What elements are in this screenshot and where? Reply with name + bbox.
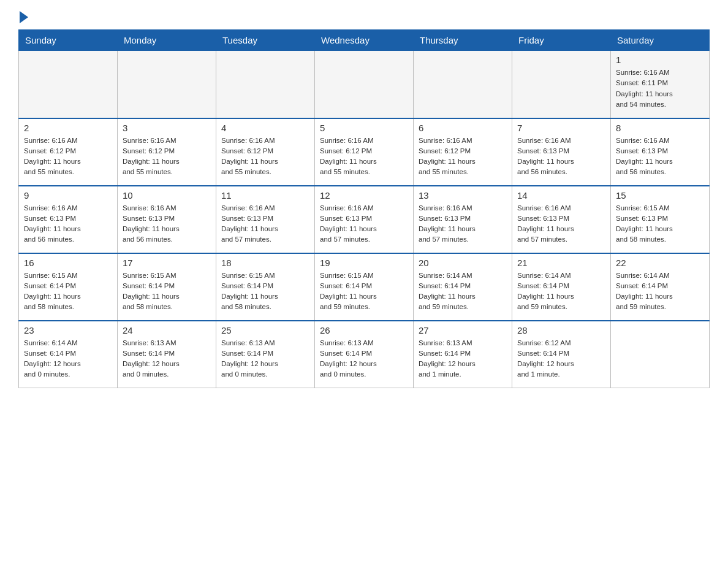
calendar-week-row: 23Sunrise: 6:14 AMSunset: 6:14 PMDayligh…: [19, 321, 710, 388]
day-number: 7: [517, 123, 605, 133]
day-info: Sunrise: 6:16 AMSunset: 6:12 PMDaylight:…: [320, 136, 408, 178]
day-number: 24: [123, 325, 211, 335]
logo-arrow-icon: [20, 11, 28, 23]
day-number: 19: [320, 258, 408, 268]
day-info: Sunrise: 6:14 AMSunset: 6:14 PMDaylight:…: [616, 270, 704, 313]
day-number: 8: [616, 123, 704, 133]
day-info: Sunrise: 6:16 AMSunset: 6:12 PMDaylight:…: [221, 136, 309, 178]
calendar-week-row: 9Sunrise: 6:16 AMSunset: 6:13 PMDaylight…: [19, 186, 710, 253]
day-info: Sunrise: 6:16 AMSunset: 6:13 PMDaylight:…: [24, 203, 112, 245]
calendar-table: SundayMondayTuesdayWednesdayThursdayFrid…: [18, 29, 710, 388]
day-info: Sunrise: 6:15 AMSunset: 6:14 PMDaylight:…: [24, 270, 112, 313]
day-number: 4: [221, 123, 309, 133]
calendar-cell: 2Sunrise: 6:16 AMSunset: 6:12 PMDaylight…: [19, 118, 118, 186]
day-number: 1: [616, 55, 704, 65]
calendar-cell: 4Sunrise: 6:16 AMSunset: 6:12 PMDaylight…: [216, 118, 315, 186]
day-info: Sunrise: 6:16 AMSunset: 6:13 PMDaylight:…: [123, 203, 211, 245]
calendar-cell: [315, 51, 414, 118]
day-info: Sunrise: 6:16 AMSunset: 6:13 PMDaylight:…: [517, 203, 605, 245]
header: [18, 12, 710, 23]
day-info: Sunrise: 6:13 AMSunset: 6:14 PMDaylight:…: [320, 338, 408, 380]
day-number: 3: [123, 123, 211, 133]
day-number: 11: [221, 190, 309, 201]
calendar-cell: [118, 51, 216, 118]
calendar-cell: 19Sunrise: 6:15 AMSunset: 6:14 PMDayligh…: [315, 253, 414, 321]
weekday-friday: Friday: [512, 30, 611, 51]
calendar-cell: [611, 321, 710, 388]
weekday-saturday: Saturday: [611, 30, 710, 51]
day-number: 22: [616, 258, 704, 268]
day-number: 13: [419, 190, 507, 201]
day-info: Sunrise: 6:15 AMSunset: 6:14 PMDaylight:…: [221, 270, 309, 313]
day-number: 28: [517, 325, 605, 335]
calendar-cell: 21Sunrise: 6:14 AMSunset: 6:14 PMDayligh…: [512, 253, 611, 321]
day-info: Sunrise: 6:13 AMSunset: 6:14 PMDaylight:…: [123, 338, 211, 380]
day-info: Sunrise: 6:16 AMSunset: 6:11 PMDaylight:…: [616, 67, 704, 110]
calendar-cell: 13Sunrise: 6:16 AMSunset: 6:13 PMDayligh…: [414, 186, 512, 253]
calendar-cell: 6Sunrise: 6:16 AMSunset: 6:12 PMDaylight…: [414, 118, 512, 186]
day-info: Sunrise: 6:16 AMSunset: 6:13 PMDaylight:…: [419, 203, 507, 245]
day-number: 6: [419, 123, 507, 133]
calendar-cell: 17Sunrise: 6:15 AMSunset: 6:14 PMDayligh…: [118, 253, 216, 321]
day-info: Sunrise: 6:14 AMSunset: 6:14 PMDaylight:…: [24, 338, 112, 380]
calendar-cell: 26Sunrise: 6:13 AMSunset: 6:14 PMDayligh…: [315, 321, 414, 388]
day-info: Sunrise: 6:16 AMSunset: 6:13 PMDaylight:…: [616, 136, 704, 178]
logo: [18, 12, 28, 23]
weekday-thursday: Thursday: [414, 30, 512, 51]
day-number: 14: [517, 190, 605, 201]
day-number: 5: [320, 123, 408, 133]
day-number: 10: [123, 190, 211, 201]
calendar-cell: 8Sunrise: 6:16 AMSunset: 6:13 PMDaylight…: [611, 118, 710, 186]
day-info: Sunrise: 6:15 AMSunset: 6:14 PMDaylight:…: [320, 270, 408, 313]
calendar-cell: 23Sunrise: 6:14 AMSunset: 6:14 PMDayligh…: [19, 321, 118, 388]
day-number: 20: [419, 258, 507, 268]
day-info: Sunrise: 6:16 AMSunset: 6:12 PMDaylight:…: [123, 136, 211, 178]
calendar-cell: [414, 51, 512, 118]
calendar-week-row: 2Sunrise: 6:16 AMSunset: 6:12 PMDaylight…: [19, 118, 710, 186]
day-number: 9: [24, 190, 112, 201]
day-info: Sunrise: 6:16 AMSunset: 6:12 PMDaylight:…: [419, 136, 507, 178]
day-number: 16: [24, 258, 112, 268]
calendar-cell: [512, 51, 611, 118]
day-number: 26: [320, 325, 408, 335]
weekday-sunday: Sunday: [19, 30, 118, 51]
calendar-cell: 1Sunrise: 6:16 AMSunset: 6:11 PMDaylight…: [611, 51, 710, 118]
day-number: 15: [616, 190, 704, 201]
day-info: Sunrise: 6:14 AMSunset: 6:14 PMDaylight:…: [419, 270, 507, 313]
weekday-monday: Monday: [118, 30, 216, 51]
calendar-cell: 20Sunrise: 6:14 AMSunset: 6:14 PMDayligh…: [414, 253, 512, 321]
calendar-cell: 12Sunrise: 6:16 AMSunset: 6:13 PMDayligh…: [315, 186, 414, 253]
calendar-cell: 25Sunrise: 6:13 AMSunset: 6:14 PMDayligh…: [216, 321, 315, 388]
calendar-cell: 22Sunrise: 6:14 AMSunset: 6:14 PMDayligh…: [611, 253, 710, 321]
calendar-cell: 15Sunrise: 6:15 AMSunset: 6:13 PMDayligh…: [611, 186, 710, 253]
day-info: Sunrise: 6:14 AMSunset: 6:14 PMDaylight:…: [517, 270, 605, 313]
day-number: 23: [24, 325, 112, 335]
day-info: Sunrise: 6:12 AMSunset: 6:14 PMDaylight:…: [517, 338, 605, 380]
calendar-cell: 11Sunrise: 6:16 AMSunset: 6:13 PMDayligh…: [216, 186, 315, 253]
calendar-cell: 10Sunrise: 6:16 AMSunset: 6:13 PMDayligh…: [118, 186, 216, 253]
weekday-header-row: SundayMondayTuesdayWednesdayThursdayFrid…: [19, 30, 710, 51]
calendar-cell: 7Sunrise: 6:16 AMSunset: 6:13 PMDaylight…: [512, 118, 611, 186]
day-info: Sunrise: 6:13 AMSunset: 6:14 PMDaylight:…: [419, 338, 507, 380]
calendar-cell: 3Sunrise: 6:16 AMSunset: 6:12 PMDaylight…: [118, 118, 216, 186]
calendar-cell: 18Sunrise: 6:15 AMSunset: 6:14 PMDayligh…: [216, 253, 315, 321]
calendar-cell: 16Sunrise: 6:15 AMSunset: 6:14 PMDayligh…: [19, 253, 118, 321]
day-info: Sunrise: 6:16 AMSunset: 6:13 PMDaylight:…: [320, 203, 408, 245]
day-info: Sunrise: 6:15 AMSunset: 6:14 PMDaylight:…: [123, 270, 211, 313]
day-number: 25: [221, 325, 309, 335]
calendar-cell: 28Sunrise: 6:12 AMSunset: 6:14 PMDayligh…: [512, 321, 611, 388]
calendar-week-row: 16Sunrise: 6:15 AMSunset: 6:14 PMDayligh…: [19, 253, 710, 321]
day-info: Sunrise: 6:13 AMSunset: 6:14 PMDaylight:…: [221, 338, 309, 380]
day-info: Sunrise: 6:16 AMSunset: 6:13 PMDaylight:…: [221, 203, 309, 245]
day-number: 12: [320, 190, 408, 201]
weekday-wednesday: Wednesday: [315, 30, 414, 51]
day-info: Sunrise: 6:15 AMSunset: 6:13 PMDaylight:…: [616, 203, 704, 245]
day-number: 2: [24, 123, 112, 133]
calendar-week-row: 1Sunrise: 6:16 AMSunset: 6:11 PMDaylight…: [19, 51, 710, 118]
calendar-cell: 14Sunrise: 6:16 AMSunset: 6:13 PMDayligh…: [512, 186, 611, 253]
day-info: Sunrise: 6:16 AMSunset: 6:13 PMDaylight:…: [517, 136, 605, 178]
calendar-cell: [216, 51, 315, 118]
day-info: Sunrise: 6:16 AMSunset: 6:12 PMDaylight:…: [24, 136, 112, 178]
day-number: 21: [517, 258, 605, 268]
day-number: 17: [123, 258, 211, 268]
